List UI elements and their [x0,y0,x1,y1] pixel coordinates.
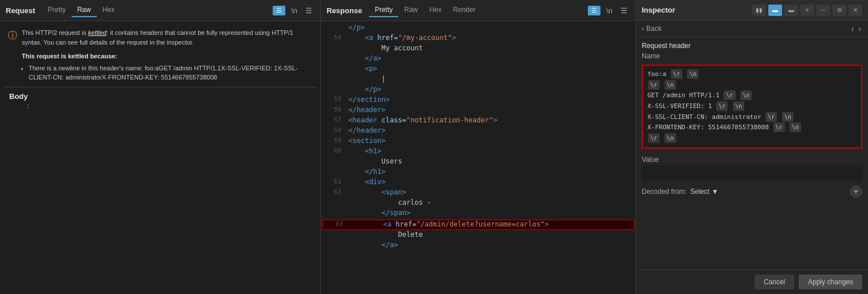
line-content: </section> [348,96,390,104]
line-content: <header class="notification-header"> [348,116,497,124]
value-input-box[interactable] [642,165,862,181]
add-button[interactable]: + [850,185,862,198]
line-content: </a> [348,241,398,249]
collapse-btn[interactable]: ↔ [816,5,830,16]
line-num: 59 [324,137,341,144]
view-split-btn[interactable]: ▮▮ [752,5,766,16]
line-content: <span> [348,188,406,196]
tab-render-response[interactable]: Render [447,3,481,17]
close-btn[interactable]: ✕ [849,5,862,16]
decoded-section: Decoded from: Select ▼ + [636,181,868,202]
inspector-footer: Cancel Apply changes [636,269,868,294]
warning-box: ⓘ This HTTP/2 request is kettled: it con… [3,25,317,86]
nav-arrows: ‹ › [850,24,862,33]
response-header: Response Pretty Raw Hex Render ☰ \n ☰ [321,0,635,21]
tab-pretty-request[interactable]: Pretty [42,3,71,17]
line-content: </header> [348,106,386,114]
response-inline-view-btn[interactable]: ☰ [588,6,600,15]
inspector-controls: ▮▮ ▬ ▬ ≡ ↔ ⚙ ✕ [752,5,862,16]
code-line: </span> [321,209,635,219]
line-content: Delete [348,231,423,239]
line-content: My account [348,44,423,52]
select-label: Select [690,188,709,196]
code-line: 57 <header class="notification-header"> [321,116,635,126]
request-content: ⓘ This HTTP/2 request is kettled: it con… [0,21,320,294]
request-header-section: Request header [636,37,868,52]
code-line: 61 <div> [321,178,635,188]
badge-n4: \n [733,101,744,111]
select-dropdown-btn[interactable]: Select ▼ [690,188,718,196]
name-line-7: \r \n [647,133,857,144]
name-line-1: foo:a \r \n [647,69,857,80]
line-content: </span> [348,209,410,217]
inspector-title: Inspector [642,6,675,14]
badge-r4: \r [716,101,728,111]
nav-prev-btn[interactable]: ‹ [850,24,855,33]
line-content: <a href="/admin/delete?username=carlos"> [350,220,549,228]
line-num: 58 [324,126,341,134]
badge-r: \r [671,69,682,79]
request-header: Request Pretty Raw Hex ☰ \n ☰ [0,0,320,21]
view-stacked-btn[interactable]: ▬ [768,5,782,16]
tab-raw-request[interactable]: Raw [72,3,97,17]
name-text-5: X-SSL-CLIENT-CN: administrator [647,113,765,121]
line-content: <div> [348,178,386,186]
line-num: 55 [324,96,341,103]
warning-text-before: This HTTP/2 request is [22,29,88,36]
line-content: <h1> [348,147,382,155]
line-content: <a href="/my-account"> [348,34,456,42]
view-single-btn[interactable]: ▬ [784,5,798,16]
badge-n2: \n [665,80,676,90]
line-content: carlos - [348,198,431,206]
line-content: <p> [348,65,378,73]
line-content: </a> [348,54,382,62]
tab-hex-request[interactable]: Hex [97,3,120,17]
line-content: Users [348,157,402,165]
back-button[interactable]: ‹ Back [642,25,662,33]
name-text: foo:a [647,70,670,78]
response-code-area: </p> 54 <a href="/my-account"> My accoun… [321,21,635,294]
response-more-btn[interactable]: ☰ [618,5,630,16]
expand-btn[interactable]: ≡ [800,5,814,16]
request-tabs: Pretty Raw Hex [42,3,120,17]
warning-list-item: There is a newline in this header's name… [29,63,312,82]
apply-changes-button[interactable]: Apply changes [799,275,862,289]
warning-text: This HTTP/2 request is kettled: it conta… [22,28,312,82]
nav-next-btn[interactable]: › [857,24,862,33]
response-wrap-btn[interactable]: \n [604,5,615,16]
wrap-btn[interactable]: \n [289,5,300,16]
tab-pretty-response[interactable]: Pretty [369,3,398,17]
request-tab-actions: ☰ \n ☰ [273,5,315,16]
line-num: 62 [324,188,341,196]
tab-raw-response[interactable]: Raw [398,3,423,17]
code-line: <p> [321,65,635,75]
name-label: Name [636,52,868,62]
tab-hex-response[interactable]: Hex [424,3,447,17]
line-num: 54 [324,34,341,41]
back-section: ‹ Back ‹ › [636,21,868,37]
response-tab-actions: ☰ \n ☰ [588,5,630,16]
name-line-5: X-SSL-CLIENT-CN: administrator \r \n [647,112,857,123]
badge-n7: \n [665,133,676,143]
code-line: </p> [321,23,635,34]
name-text-6: X-FRONTEND-KEY: 5514667855738008 [647,124,773,131]
name-line-3: GET /admin HTTP/1.1 \r \n [647,90,857,101]
name-line-4: X-SSL-VERIFIED: 1 \r \n [647,101,857,112]
request-title: Request [6,6,35,15]
line-num: 63 [326,220,343,228]
cancel-button[interactable]: Cancel [755,275,794,289]
name-text-3: GET /admin HTTP/1.1 [647,92,723,99]
settings-btn[interactable]: ⚙ [832,5,846,16]
more-btn[interactable]: ☰ [303,5,315,16]
value-label-text: Value [642,156,659,164]
inspector-panel: Inspector ▮▮ ▬ ▬ ≡ ↔ ⚙ ✕ ‹ Back ‹ › Requ… [636,0,868,294]
back-chevron-icon: ‹ [642,25,644,33]
inline-view-btn[interactable]: ☰ [273,6,285,15]
code-line: 55 </section> [321,96,635,106]
badge-n: \n [687,69,698,79]
line-content: </header> [348,126,386,134]
response-title: Response [327,6,362,15]
warning-bold: This request is kettled because: [22,51,312,61]
name-value-box[interactable]: foo:a \r \n \r \n GET /admin HTTP/1.1 \r… [642,65,862,149]
name-label-text: Name [642,52,660,60]
